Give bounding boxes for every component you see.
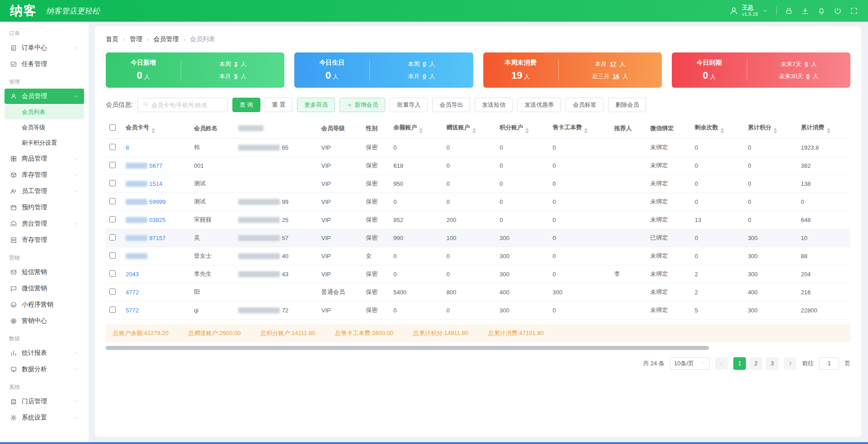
table-row: 2043李先生43VIP保密003000李未绑定2300204: [106, 265, 850, 283]
sidebar-item[interactable]: 寄存管理: [5, 232, 84, 248]
cell-gift: 0: [443, 301, 496, 319]
cell-referrer: [611, 247, 647, 265]
cell-remaining: 2: [691, 283, 744, 301]
cell-card: 1514: [122, 175, 190, 193]
sidebar-item[interactable]: 库存管理: [5, 167, 84, 183]
member-card-link[interactable]: 2043: [126, 271, 139, 278]
col-fee[interactable]: 售卡工本费: [549, 118, 610, 138]
sidebar-item[interactable]: 商品管理: [5, 151, 84, 166]
stat-sub-unit: 人: [241, 60, 246, 68]
breadcrumb-item[interactable]: 会员管理: [153, 35, 179, 43]
sidebar-item[interactable]: 预约管理: [5, 200, 84, 215]
cell-total_points: 0: [744, 193, 797, 211]
col-points[interactable]: 积分账户: [496, 118, 549, 138]
row-checkbox[interactable]: [109, 180, 116, 186]
add-member-button[interactable]: 新增会员: [340, 98, 385, 112]
sidebar-subitem[interactable]: 会员列表: [5, 105, 84, 119]
member-tags-button[interactable]: 会员标签: [566, 98, 604, 112]
stat-sub-link[interactable]: 17: [610, 61, 616, 67]
lock-icon[interactable]: [785, 7, 793, 15]
export-members-button[interactable]: 会员导出: [432, 98, 470, 112]
sidebar-item-label: 微信营销: [22, 284, 47, 293]
scrollbar-thumb[interactable]: [106, 346, 709, 350]
row-checkbox[interactable]: [109, 270, 116, 277]
sidebar-subitem[interactable]: 刷卡积分设置: [5, 136, 84, 150]
send-coupon-button[interactable]: 发送优惠券: [517, 98, 561, 112]
phone-suffix: 72: [282, 307, 288, 314]
fullscreen-icon[interactable]: [850, 7, 858, 15]
user-menu[interactable]: 王总 v1.9.18: [729, 5, 768, 17]
row-checkbox[interactable]: [109, 234, 116, 241]
delete-members-button[interactable]: 删除会员: [608, 98, 646, 112]
stat-sub-link[interactable]: 0: [423, 61, 426, 67]
download-icon[interactable]: [801, 7, 809, 15]
sidebar-item[interactable]: 数据分析: [5, 362, 84, 377]
bell-icon[interactable]: [817, 7, 826, 15]
cell-fee: 0: [549, 229, 610, 247]
member-card-link[interactable]: 5772: [126, 307, 139, 314]
sidebar-item[interactable]: 会员管理: [5, 89, 84, 104]
chevron-down-icon: [73, 156, 79, 161]
member-card-link[interactable]: 97157: [149, 235, 165, 241]
row-checkbox[interactable]: [109, 216, 116, 222]
member-card-link[interactable]: 03825: [149, 217, 165, 223]
col-phone: [235, 118, 317, 138]
member-card-link[interactable]: 1514: [149, 180, 162, 187]
sidebar-item[interactable]: 门店管理: [5, 394, 84, 409]
page-button[interactable]: 2: [750, 357, 762, 370]
member-search-input[interactable]: [151, 102, 223, 109]
sidebar-item[interactable]: 系统设置: [5, 410, 84, 425]
stat-sub-link[interactable]: 0: [423, 73, 426, 80]
row-checkbox[interactable]: [109, 144, 116, 150]
row-checkbox[interactable]: [109, 252, 116, 259]
query-button[interactable]: 查 询: [232, 98, 260, 112]
batch-import-button[interactable]: 批量导入: [390, 98, 428, 112]
col-gift[interactable]: 赠送账户: [443, 118, 496, 138]
page-button[interactable]: 1: [733, 357, 746, 370]
stat-sub-link[interactable]: 0: [805, 61, 808, 67]
sidebar-item[interactable]: 营销中心: [5, 313, 84, 329]
breadcrumb-item[interactable]: 管理: [130, 35, 142, 43]
stat-sub-label: 本周: [219, 60, 231, 68]
col-balance[interactable]: 余额账户: [390, 118, 443, 138]
sidebar-item[interactable]: 任务管理: [5, 57, 84, 72]
column-label: 微信绑定: [650, 125, 674, 132]
stat-sub-link[interactable]: 3: [234, 61, 237, 67]
stat-sub-link[interactable]: 16: [613, 73, 619, 80]
stat-sub-link[interactable]: 0: [806, 73, 809, 80]
sidebar-item[interactable]: 房台管理: [5, 216, 84, 231]
sidebar-item[interactable]: 员工管理: [5, 184, 84, 199]
goto-page-input[interactable]: [819, 357, 839, 370]
sidebar-item[interactable]: 短信营销: [5, 265, 84, 280]
next-page-button[interactable]: [784, 357, 797, 370]
member-card-link[interactable]: 8: [126, 144, 129, 151]
stat-sub-link[interactable]: 5: [234, 73, 237, 80]
sidebar-item[interactable]: 小程序营销: [5, 297, 84, 312]
row-checkbox[interactable]: [109, 288, 116, 295]
page-size-select[interactable]: 10条/页: [670, 357, 710, 370]
member-table: 会员卡号会员姓名会员等级性别余额账户赠送账户积分账户售卡工本费推荐人微信绑定剩余…: [106, 118, 850, 320]
sidebar-subitem[interactable]: 会员等级: [5, 120, 84, 135]
select-all-checkbox[interactable]: [109, 124, 116, 131]
row-checkbox[interactable]: [109, 198, 116, 204]
send-sms-button[interactable]: 发送短信: [475, 98, 513, 112]
prev-page-button[interactable]: [715, 357, 728, 370]
sidebar-item[interactable]: 订单中心: [5, 40, 84, 56]
breadcrumb-item[interactable]: 首页: [106, 35, 118, 43]
power-icon[interactable]: [834, 7, 842, 15]
cell-gender: 保密: [362, 175, 390, 193]
sidebar-item[interactable]: 微信营销: [5, 281, 84, 296]
sidebar-item[interactable]: 统计报表: [5, 345, 84, 361]
page-button[interactable]: 3: [766, 357, 778, 370]
member-card-link[interactable]: 5677: [149, 162, 162, 169]
reset-button[interactable]: 重 置: [265, 98, 293, 112]
row-checkbox[interactable]: [109, 307, 116, 313]
col-total_spend[interactable]: 累计消费: [797, 118, 850, 138]
more-filters-button[interactable]: 更多筛选: [297, 98, 335, 112]
col-card[interactable]: 会员卡号: [122, 118, 190, 138]
member-card-link[interactable]: 59999: [149, 198, 165, 205]
col-total_points[interactable]: 累计积分: [744, 118, 797, 138]
row-checkbox[interactable]: [109, 162, 116, 168]
member-card-link[interactable]: 4772: [126, 289, 139, 296]
col-remaining[interactable]: 剩余次数: [691, 118, 744, 138]
